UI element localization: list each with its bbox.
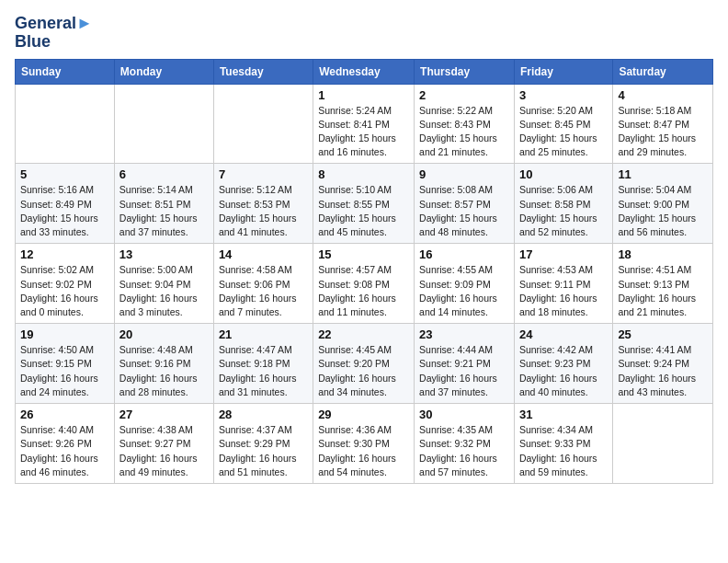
column-header-saturday: Saturday xyxy=(613,59,713,84)
day-info: Sunrise: 4:40 AM Sunset: 9:26 PM Dayligh… xyxy=(20,423,109,479)
day-number: 18 xyxy=(618,247,708,261)
day-info: Sunrise: 4:48 AM Sunset: 9:16 PM Dayligh… xyxy=(119,343,209,399)
day-info: Sunrise: 4:42 AM Sunset: 9:23 PM Dayligh… xyxy=(519,343,608,399)
column-header-monday: Monday xyxy=(114,59,213,84)
day-number: 11 xyxy=(618,167,708,181)
day-number: 28 xyxy=(219,408,308,421)
calendar-cell: 11Sunrise: 5:04 AM Sunset: 9:00 PM Dayli… xyxy=(613,164,713,244)
day-info: Sunrise: 4:38 AM Sunset: 9:27 PM Dayligh… xyxy=(119,423,209,479)
calendar-cell: 31Sunrise: 4:34 AM Sunset: 9:33 PM Dayli… xyxy=(514,404,612,484)
calendar-cell: 16Sunrise: 4:55 AM Sunset: 9:09 PM Dayli… xyxy=(415,244,515,324)
day-info: Sunrise: 4:34 AM Sunset: 9:33 PM Dayligh… xyxy=(519,423,608,479)
calendar-cell: 19Sunrise: 4:50 AM Sunset: 9:15 PM Dayli… xyxy=(16,324,115,404)
day-number: 23 xyxy=(419,327,509,341)
calendar-cell: 6Sunrise: 5:14 AM Sunset: 8:51 PM Daylig… xyxy=(114,164,213,244)
day-number: 13 xyxy=(119,247,209,261)
calendar-cell: 5Sunrise: 5:16 AM Sunset: 8:49 PM Daylig… xyxy=(16,164,115,244)
day-info: Sunrise: 4:45 AM Sunset: 9:20 PM Dayligh… xyxy=(318,343,409,399)
calendar-cell: 4Sunrise: 5:18 AM Sunset: 8:47 PM Daylig… xyxy=(613,84,713,164)
column-header-tuesday: Tuesday xyxy=(213,59,313,84)
day-number: 5 xyxy=(20,167,109,181)
calendar-cell: 20Sunrise: 4:48 AM Sunset: 9:16 PM Dayli… xyxy=(114,324,213,404)
day-number: 30 xyxy=(419,408,509,421)
calendar-cell: 21Sunrise: 4:47 AM Sunset: 9:18 PM Dayli… xyxy=(213,324,313,404)
calendar-cell: 26Sunrise: 4:40 AM Sunset: 9:26 PM Dayli… xyxy=(16,404,115,484)
day-number: 31 xyxy=(519,408,608,421)
day-number: 6 xyxy=(119,167,209,181)
day-info: Sunrise: 4:37 AM Sunset: 9:29 PM Dayligh… xyxy=(219,423,308,479)
day-info: Sunrise: 4:36 AM Sunset: 9:30 PM Dayligh… xyxy=(318,423,409,479)
day-info: Sunrise: 5:24 AM Sunset: 8:41 PM Dayligh… xyxy=(318,104,409,160)
calendar-table: SundayMondayTuesdayWednesdayThursdayFrid… xyxy=(15,59,713,484)
day-info: Sunrise: 5:10 AM Sunset: 8:55 PM Dayligh… xyxy=(318,183,409,239)
calendar-cell: 3Sunrise: 5:20 AM Sunset: 8:45 PM Daylig… xyxy=(514,84,612,164)
calendar-cell: 9Sunrise: 5:08 AM Sunset: 8:57 PM Daylig… xyxy=(415,164,515,244)
day-info: Sunrise: 5:14 AM Sunset: 8:51 PM Dayligh… xyxy=(119,183,209,239)
column-header-sunday: Sunday xyxy=(16,59,115,84)
day-number: 22 xyxy=(318,327,409,341)
calendar-cell: 25Sunrise: 4:41 AM Sunset: 9:24 PM Dayli… xyxy=(613,324,713,404)
day-info: Sunrise: 4:44 AM Sunset: 9:21 PM Dayligh… xyxy=(419,343,509,399)
column-header-wednesday: Wednesday xyxy=(313,59,415,84)
calendar-cell xyxy=(16,84,115,164)
day-number: 21 xyxy=(219,327,308,341)
day-number: 2 xyxy=(419,88,509,102)
calendar-cell xyxy=(114,84,213,164)
column-header-thursday: Thursday xyxy=(415,59,515,84)
calendar-cell: 8Sunrise: 5:10 AM Sunset: 8:55 PM Daylig… xyxy=(313,164,415,244)
calendar-cell: 14Sunrise: 4:58 AM Sunset: 9:06 PM Dayli… xyxy=(213,244,313,324)
day-number: 15 xyxy=(318,247,409,261)
day-info: Sunrise: 5:16 AM Sunset: 8:49 PM Dayligh… xyxy=(20,183,109,239)
calendar-cell: 28Sunrise: 4:37 AM Sunset: 9:29 PM Dayli… xyxy=(213,404,313,484)
calendar-header: SundayMondayTuesdayWednesdayThursdayFrid… xyxy=(16,59,713,84)
day-number: 10 xyxy=(519,167,608,181)
day-info: Sunrise: 4:47 AM Sunset: 9:18 PM Dayligh… xyxy=(219,343,308,399)
day-number: 17 xyxy=(519,247,608,261)
day-number: 20 xyxy=(119,327,209,341)
calendar-cell: 18Sunrise: 4:51 AM Sunset: 9:13 PM Dayli… xyxy=(613,244,713,324)
day-info: Sunrise: 4:55 AM Sunset: 9:09 PM Dayligh… xyxy=(419,263,509,319)
day-info: Sunrise: 5:00 AM Sunset: 9:04 PM Dayligh… xyxy=(119,263,209,319)
day-number: 29 xyxy=(318,408,409,421)
day-number: 3 xyxy=(519,88,608,102)
week-row-3: 12Sunrise: 5:02 AM Sunset: 9:02 PM Dayli… xyxy=(16,244,713,324)
day-info: Sunrise: 4:53 AM Sunset: 9:11 PM Dayligh… xyxy=(519,263,608,319)
day-info: Sunrise: 4:41 AM Sunset: 9:24 PM Dayligh… xyxy=(618,343,708,399)
calendar-cell: 22Sunrise: 4:45 AM Sunset: 9:20 PM Dayli… xyxy=(313,324,415,404)
calendar-cell: 7Sunrise: 5:12 AM Sunset: 8:53 PM Daylig… xyxy=(213,164,313,244)
day-info: Sunrise: 5:12 AM Sunset: 8:53 PM Dayligh… xyxy=(219,183,308,239)
day-info: Sunrise: 5:20 AM Sunset: 8:45 PM Dayligh… xyxy=(519,104,608,160)
day-number: 1 xyxy=(318,88,409,102)
week-row-4: 19Sunrise: 4:50 AM Sunset: 9:15 PM Dayli… xyxy=(16,324,713,404)
calendar-cell: 27Sunrise: 4:38 AM Sunset: 9:27 PM Dayli… xyxy=(114,404,213,484)
calendar-cell: 10Sunrise: 5:06 AM Sunset: 8:58 PM Dayli… xyxy=(514,164,612,244)
column-header-friday: Friday xyxy=(514,59,612,84)
calendar-cell: 12Sunrise: 5:02 AM Sunset: 9:02 PM Dayli… xyxy=(16,244,115,324)
calendar-cell: 24Sunrise: 4:42 AM Sunset: 9:23 PM Dayli… xyxy=(514,324,612,404)
day-number: 16 xyxy=(419,247,509,261)
day-number: 12 xyxy=(20,247,109,261)
week-row-1: 1Sunrise: 5:24 AM Sunset: 8:41 PM Daylig… xyxy=(16,84,713,164)
day-number: 26 xyxy=(20,408,109,421)
day-info: Sunrise: 4:58 AM Sunset: 9:06 PM Dayligh… xyxy=(219,263,308,319)
calendar-cell: 17Sunrise: 4:53 AM Sunset: 9:11 PM Dayli… xyxy=(514,244,612,324)
day-number: 4 xyxy=(618,88,708,102)
day-number: 27 xyxy=(119,408,209,421)
calendar-cell: 1Sunrise: 5:24 AM Sunset: 8:41 PM Daylig… xyxy=(313,84,415,164)
calendar-cell: 23Sunrise: 4:44 AM Sunset: 9:21 PM Dayli… xyxy=(415,324,515,404)
day-number: 25 xyxy=(618,327,708,341)
calendar-cell: 30Sunrise: 4:35 AM Sunset: 9:32 PM Dayli… xyxy=(415,404,515,484)
day-info: Sunrise: 5:18 AM Sunset: 8:47 PM Dayligh… xyxy=(618,104,708,160)
logo: General►Blue xyxy=(15,15,93,52)
week-row-5: 26Sunrise: 4:40 AM Sunset: 9:26 PM Dayli… xyxy=(16,404,713,484)
day-number: 24 xyxy=(519,327,608,341)
calendar-cell: 2Sunrise: 5:22 AM Sunset: 8:43 PM Daylig… xyxy=(415,84,515,164)
day-info: Sunrise: 4:35 AM Sunset: 9:32 PM Dayligh… xyxy=(419,423,509,479)
day-info: Sunrise: 5:04 AM Sunset: 9:00 PM Dayligh… xyxy=(618,183,708,239)
day-number: 7 xyxy=(219,167,308,181)
day-info: Sunrise: 4:57 AM Sunset: 9:08 PM Dayligh… xyxy=(318,263,409,319)
calendar-cell: 13Sunrise: 5:00 AM Sunset: 9:04 PM Dayli… xyxy=(114,244,213,324)
day-info: Sunrise: 5:22 AM Sunset: 8:43 PM Dayligh… xyxy=(419,104,509,160)
day-info: Sunrise: 4:51 AM Sunset: 9:13 PM Dayligh… xyxy=(618,263,708,319)
day-number: 19 xyxy=(20,327,109,341)
